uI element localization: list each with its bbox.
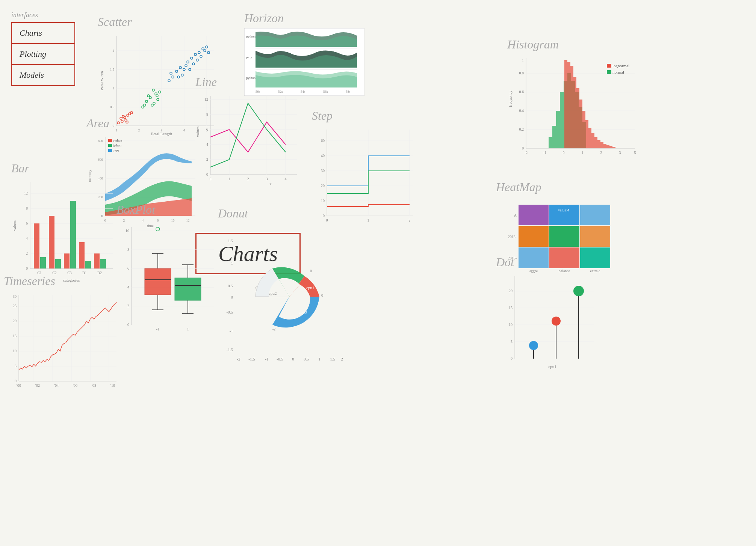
svg-rect-218 xyxy=(94,253,100,268)
svg-rect-122 xyxy=(612,147,615,148)
svg-point-46 xyxy=(179,66,181,69)
svg-rect-97 xyxy=(560,92,564,148)
svg-text:10: 10 xyxy=(125,229,129,233)
svg-text:0: 0 xyxy=(563,151,565,155)
svg-point-37 xyxy=(151,104,153,106)
menu-item-charts[interactable]: Charts xyxy=(12,23,74,44)
svg-text:-1.5: -1.5 xyxy=(248,357,255,361)
svg-text:2: 2 xyxy=(113,49,115,53)
menu-item-models[interactable]: Models xyxy=(12,65,74,85)
svg-rect-115 xyxy=(591,133,594,148)
svg-text:0: 0 xyxy=(210,177,212,181)
svg-rect-109 xyxy=(573,77,576,148)
histogram-title: Histogram xyxy=(507,38,643,51)
svg-rect-217 xyxy=(79,242,85,268)
svg-point-43 xyxy=(156,95,158,97)
svg-text:0.5: 0.5 xyxy=(304,357,309,361)
svg-text:cpu1: cpu1 xyxy=(548,364,556,369)
step-title: Step xyxy=(312,109,417,123)
svg-point-41 xyxy=(144,104,146,106)
svg-text:-1: -1 xyxy=(543,151,546,155)
svg-rect-118 xyxy=(600,142,603,148)
line-chart: Line 0 2 4 6 8 12 values 0 1 2 3 4 x xyxy=(195,75,301,191)
svg-rect-252 xyxy=(519,205,549,225)
svg-text:5: 5 xyxy=(15,364,17,368)
donut-svg: 1.5 1 0.5 0 -0.5 -1 -1.5 -2 -1.5 -1 -0.5… xyxy=(218,223,346,366)
timeseries-svg: 0 5 10 15 20 25 30 '00 '02 '04 '06 '08 '… xyxy=(4,291,120,396)
svg-text:0: 0 xyxy=(26,266,28,270)
svg-rect-119 xyxy=(603,144,606,148)
svg-rect-221 xyxy=(70,201,76,268)
svg-point-39 xyxy=(159,91,161,93)
line-svg: 0 2 4 6 8 12 values 0 1 2 3 4 x xyxy=(195,92,301,190)
sidebar: interfaces Charts Plotting Models xyxy=(11,11,75,86)
svg-rect-120 xyxy=(606,145,609,148)
svg-rect-114 xyxy=(588,128,591,148)
svg-rect-215 xyxy=(49,216,54,268)
svg-text:pypy: pypy xyxy=(113,148,120,152)
svg-text:1: 1 xyxy=(318,357,321,361)
svg-text:1: 1 xyxy=(187,327,189,331)
svg-text:10: 10 xyxy=(13,349,17,353)
svg-text:x: x xyxy=(269,181,272,186)
svg-text:lognormal: lognormal xyxy=(612,63,629,68)
svg-text:-1: -1 xyxy=(265,357,268,361)
svg-rect-174 xyxy=(108,149,112,152)
svg-text:-1: -1 xyxy=(156,327,159,331)
svg-text:20: 20 xyxy=(509,289,513,293)
svg-rect-108 xyxy=(570,66,573,148)
svg-text:2: 2 xyxy=(127,304,129,308)
svg-text:0: 0 xyxy=(511,356,513,360)
svg-text:0.8: 0.8 xyxy=(519,71,524,75)
svg-text:2013-: 2013- xyxy=(508,235,517,239)
svg-rect-123 xyxy=(607,64,611,68)
svg-point-42 xyxy=(152,89,154,91)
svg-text:0.5: 0.5 xyxy=(228,284,233,288)
svg-text:jython: jython xyxy=(112,143,122,147)
timeseries-title: Timeseries xyxy=(4,274,120,288)
svg-text:4: 4 xyxy=(206,142,208,146)
svg-text:0: 0 xyxy=(15,379,17,383)
svg-text:Petal Width: Petal Width xyxy=(100,71,104,90)
svg-text:12: 12 xyxy=(204,97,208,101)
scatter-title: Scatter xyxy=(98,15,218,29)
svg-text:0: 0 xyxy=(127,323,129,327)
bar-title: Bar xyxy=(11,161,116,175)
svg-point-36 xyxy=(157,98,159,101)
svg-rect-223 xyxy=(100,259,106,268)
svg-rect-255 xyxy=(519,226,549,247)
svg-point-52 xyxy=(192,63,195,65)
svg-rect-242 xyxy=(145,268,171,295)
svg-point-32 xyxy=(145,100,148,103)
svg-text:20: 20 xyxy=(321,184,325,188)
svg-point-56 xyxy=(200,55,202,57)
svg-text:frequency: frequency xyxy=(508,90,513,107)
svg-text:4: 4 xyxy=(26,236,28,240)
svg-text:0: 0 xyxy=(256,286,257,290)
svg-text:1: 1 xyxy=(231,261,233,265)
svg-text:2: 2 xyxy=(26,251,28,255)
svg-rect-125 xyxy=(607,70,611,74)
svg-text:30: 30 xyxy=(321,169,325,173)
svg-point-54 xyxy=(196,59,198,61)
svg-point-33 xyxy=(149,97,151,99)
svg-text:3: 3 xyxy=(266,177,268,181)
svg-rect-113 xyxy=(585,120,588,148)
svg-rect-222 xyxy=(85,261,91,268)
svg-text:0: 0 xyxy=(231,295,233,299)
svg-text:5: 5 xyxy=(511,339,513,344)
svg-text:30: 30 xyxy=(13,294,17,299)
menu-item-plotting[interactable]: Plotting xyxy=(12,44,74,65)
svg-text:2: 2 xyxy=(409,218,411,222)
svg-text:1.5: 1.5 xyxy=(330,357,335,361)
svg-text:cpu3: cpu3 xyxy=(299,310,307,314)
svg-text:0.2: 0.2 xyxy=(519,127,524,131)
svg-text:600: 600 xyxy=(98,158,103,161)
svg-point-47 xyxy=(181,74,183,76)
svg-text:56s: 56s xyxy=(323,90,328,94)
donut-title: Donut xyxy=(218,207,346,220)
svg-text:0.5: 0.5 xyxy=(110,105,115,109)
svg-text:jndy: jndy xyxy=(246,55,253,59)
svg-point-34 xyxy=(153,102,155,104)
svg-rect-105 xyxy=(549,137,552,148)
